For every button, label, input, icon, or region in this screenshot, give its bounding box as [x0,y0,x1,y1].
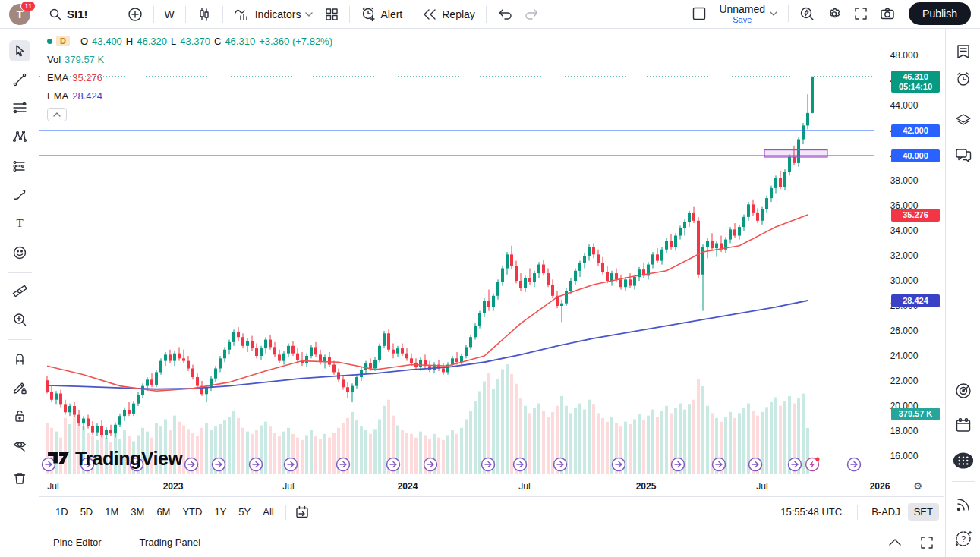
range-button-5y[interactable]: 5Y [233,503,256,521]
price-axis-label[interactable]: 379.57 K [891,408,940,420]
publish-button[interactable]: Publish [909,2,971,25]
right-sidebar: ? [945,29,980,557]
undo-icon [497,8,512,20]
legend-ema-slow-row[interactable]: EMA 28.424 [47,87,332,105]
trading-panel-tab[interactable]: Trading Panel [140,537,200,548]
time-label: 2023 [163,481,184,492]
range-button-5d[interactable]: 5D [75,503,99,521]
compare-add-button[interactable] [121,4,149,25]
snapshot-button[interactable] [874,4,901,24]
price-axis-label[interactable]: 35.276 [891,209,940,222]
time-scale[interactable]: ⚙ Jul2023Jul2024Jul2025Jul2026 [39,477,944,496]
range-button-all[interactable]: All [257,503,279,521]
range-button-6m[interactable]: 6M [151,503,175,521]
watchlist-button[interactable] [953,41,974,62]
text-tool-button[interactable]: T [9,212,30,234]
indicators-button[interactable]: Indicators [228,4,320,25]
magnet-mode-button[interactable] [9,348,30,370]
collapse-panel-chevron-icon[interactable] [889,539,901,546]
range-button-ytd[interactable]: YTD [177,503,207,521]
all-apps-button[interactable] [953,450,974,471]
save-layout-link[interactable]: Save [733,15,752,24]
go-to-date-button[interactable] [292,504,312,521]
fullscreen-icon [854,7,868,20]
time-label: 2025 [636,481,657,492]
data-feed-status-button[interactable] [953,494,974,515]
legend-collapse-button[interactable] [47,108,67,121]
range-button-1y[interactable]: 1Y [209,503,232,521]
range-button-1d[interactable]: 1D [50,503,74,521]
object-tree-button[interactable] [953,109,974,131]
market-status-dot [47,39,52,44]
calendar-button[interactable] [953,415,974,436]
session-settings-button[interactable]: SET [908,503,939,521]
fib-retracement-tool-button[interactable] [9,97,30,118]
legend-ema-fast-row[interactable]: EMA 35.276 [47,68,332,87]
screener-radar-button[interactable] [953,380,974,401]
remove-drawings-button[interactable] [9,467,30,489]
price-axis-label[interactable]: 46.31005:14:10 [891,71,940,93]
quick-search-button[interactable] [793,3,821,24]
toolbar-separator [8,339,32,340]
trend-line-tool-button[interactable] [9,69,30,90]
zoom-in-tool-button[interactable] [9,309,30,330]
emoji-tool-button[interactable] [9,242,30,263]
time-label: Jul [518,481,530,492]
watchlist-icon [955,43,972,60]
lock-all-drawings-button[interactable] [9,405,30,426]
range-button-3m[interactable]: 3M [125,503,150,521]
alert-button[interactable]: Alert [355,4,408,25]
fullscreen-button[interactable] [848,4,874,24]
chart-type-button[interactable] [191,4,218,25]
price-axis-label[interactable]: 40.000 [891,149,940,162]
price-scale[interactable]: 48.00046.00044.00042.00040.00038.00036.0… [874,29,944,477]
cursor-tool-button[interactable] [9,40,30,61]
price-axis-label[interactable]: 42.000 [891,124,940,137]
price-tick: 16.000 [874,451,934,461]
measure-tool-button[interactable] [9,280,30,301]
redo-button[interactable] [518,5,546,24]
help-button[interactable]: ? [953,528,974,549]
range-button-1m[interactable]: 1M [99,503,124,521]
price-axis-label[interactable]: 28.424 [891,294,940,307]
replay-button[interactable]: Replay [416,5,481,24]
ema-slow-label: EMA [47,90,68,102]
price-tick: 34.000 [874,225,934,236]
layout-name: Unnamed [719,4,765,15]
layout-select-button[interactable] [685,3,713,24]
layout-name-button[interactable]: Unnamed Save [713,1,783,27]
maximize-panel-icon[interactable] [921,537,933,549]
time-label: 2026 [870,481,890,492]
time-scale-settings-gear-icon[interactable]: ⚙ [913,480,922,492]
alerts-panel-button[interactable] [953,68,974,90]
chat-button[interactable] [953,144,974,165]
xabcd-pattern-icon [12,129,27,144]
header-separator [788,5,789,22]
chart-pane[interactable]: TradingView D O43.400 H46.320 L43.370 C4… [39,29,874,477]
legend-main-row[interactable]: D O43.400 H46.320 L43.370 C46.310 +3.360… [47,32,332,50]
pattern-tool-button[interactable] [9,126,30,147]
indicators-label: Indicators [255,8,301,20]
signal-broadcast-icon [954,496,972,514]
ema-slow-line[interactable] [47,301,808,389]
pine-editor-tab[interactable]: Pine Editor [53,537,102,548]
interval-button[interactable]: W [159,5,181,24]
prediction-tool-button[interactable] [9,156,30,177]
price-range-box-drawing[interactable] [764,150,827,157]
chevron-up-icon [53,112,61,117]
price-tick: 22.000 [874,376,934,386]
symbol-search-button[interactable]: SI1! [43,5,94,24]
undo-button[interactable] [491,5,518,24]
hide-all-drawings-button[interactable] [9,435,30,456]
legend-volume-row[interactable]: Vol 379.57 K [47,50,332,68]
adjustment-toggle[interactable]: B-ADJ [864,506,908,518]
brush-tool-button[interactable] [9,184,30,206]
user-avatar[interactable]: T 11 [9,4,30,25]
layout-grid-button[interactable] [319,5,345,24]
time-label: Jul [756,481,767,492]
clock-utc[interactable]: 15:55:48 UTC [771,506,851,518]
settings-button[interactable] [821,3,848,24]
alarm-clock-icon [955,71,972,87]
go-to-date-icon [295,505,309,519]
drawing-mode-lock-button[interactable] [9,377,30,398]
